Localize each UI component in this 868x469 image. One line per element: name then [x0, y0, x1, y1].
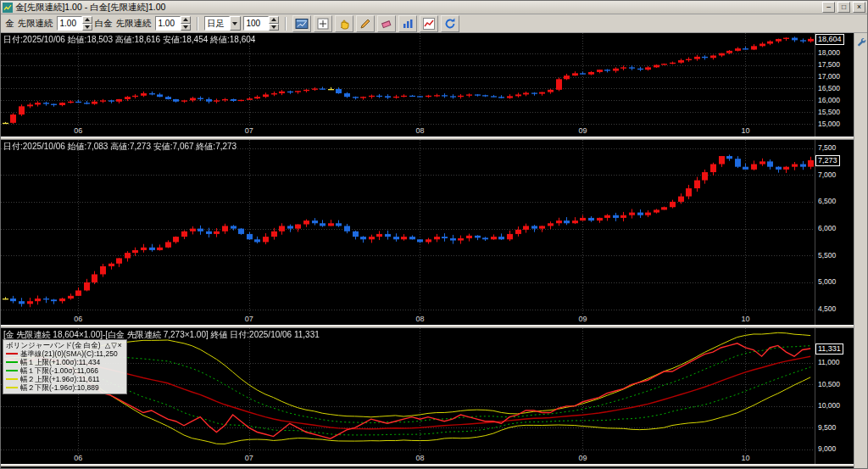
settings-button[interactable] — [855, 36, 867, 47]
legend-line-swatch — [6, 387, 18, 388]
x-axis-month-label: 07 — [245, 315, 253, 323]
chart-panels: 0607080910 日付:2025/10/06 始値:18,503 高値:18… — [1, 33, 854, 468]
legend-title: ボリンジャーバンド(金 白金) — [6, 341, 101, 349]
chart-area: 0607080910 日付:2025/10/06 始値:18,503 高値:18… — [1, 33, 867, 468]
legend-line-swatch — [6, 361, 18, 363]
period-value[interactable]: 日足 — [204, 16, 230, 31]
chart-settings-button[interactable] — [292, 15, 311, 32]
legend-line-swatch — [6, 370, 18, 371]
hand-tool-button[interactable] — [335, 15, 353, 32]
axis-price-label: 17,000 — [818, 73, 840, 81]
legend-item-label: 幅２上限(+1.96σ):11,611 — [20, 375, 100, 383]
axis-price-label: 6,500 — [818, 198, 836, 205]
legend-item[interactable]: 幅１下限(-1.00σ):11,066 — [6, 366, 123, 375]
spin-up-button[interactable] — [82, 16, 92, 24]
axis-price-label: 7,000 — [818, 171, 836, 179]
bar-count-spinner[interactable]: 100 — [243, 16, 279, 31]
axis-price-label: 6,000 — [818, 225, 836, 232]
gold-series-label[interactable]: 先限連続 — [18, 18, 53, 30]
toolbar-separator — [197, 17, 198, 31]
platinum-series-label[interactable]: 先限連続 — [116, 18, 152, 30]
legend-item[interactable]: 幅１上限(+1.00σ):11,434 — [6, 358, 123, 366]
spread-price-axis[interactable]: 9,0009,50010,00010,50011,00011,331 — [815, 328, 854, 464]
axis-price-label: 9,000 — [818, 445, 836, 453]
wrench-icon — [855, 36, 866, 47]
toolbar-separator — [285, 17, 287, 31]
current-price-box: 18,604 — [815, 34, 844, 45]
refresh-icon — [443, 17, 457, 31]
bar-chart-button[interactable] — [398, 15, 417, 32]
legend-item-label: 幅２下限(-1.96σ):10,889 — [20, 383, 99, 392]
axis-price-label: 17,500 — [818, 61, 840, 69]
legend-line-swatch — [6, 353, 18, 355]
dropdown-arrow-icon[interactable] — [230, 16, 241, 31]
eraser-icon — [380, 17, 393, 31]
x-axis-month-label: 06 — [74, 126, 82, 135]
x-axis-month-label: 10 — [741, 126, 749, 135]
erase-button[interactable] — [377, 15, 396, 32]
title-bar[interactable]: 金[先限連続]1.00 - 白金[先限連続]1.00 – □ × — [1, 1, 867, 14]
hand-icon — [337, 17, 351, 31]
spin-down-button[interactable] — [181, 24, 191, 31]
legend-control-buttons[interactable]: △▽× — [105, 341, 123, 349]
spread-panel: 0607080910 [金 先限連続 18,604×1.00]-[白金 先限連続… — [1, 328, 854, 464]
toolbar: 金 先限連続 1.00 白金 先限連続 1.00 日足 100 — [1, 14, 867, 33]
axis-price-label: 15,500 — [818, 109, 840, 116]
axis-price-label: 9,500 — [818, 424, 836, 432]
axis-price-label: 7,500 — [818, 144, 836, 152]
legend-item[interactable]: 幅２上限(+1.96σ):11,611 — [6, 375, 123, 383]
window-title: 金[先限連続]1.00 - 白金[先限連続]1.00 — [15, 2, 820, 14]
spin-down-button[interactable] — [269, 24, 279, 31]
spin-down-button[interactable] — [82, 24, 92, 31]
x-axis-month-label: 07 — [245, 126, 253, 135]
x-axis-month-label: 06 — [74, 454, 82, 462]
x-axis-month-label: 09 — [578, 315, 587, 323]
spin-up-button[interactable] — [269, 16, 279, 24]
period-dropdown[interactable]: 日足 — [204, 16, 241, 31]
maximize-button[interactable]: □ — [837, 2, 850, 13]
legend-item[interactable]: 幅２下限(-1.96σ):10,889 — [6, 383, 123, 392]
platinum-panel: 0607080910 日付:2025/10/06 始値:7,083 高値:7,2… — [1, 140, 854, 325]
axis-price-label: 15,000 — [818, 120, 840, 128]
platinum-candlestick-chart[interactable] — [1, 140, 815, 315]
platinum-label: 白金 — [95, 18, 113, 30]
axis-price-label: 10,500 — [818, 381, 840, 388]
draw-line-button[interactable] — [356, 15, 375, 32]
right-sidebar — [854, 33, 867, 468]
axis-price-label: 18,000 — [818, 49, 840, 57]
gold-x-axis: 0607080910 — [1, 126, 815, 137]
crosshair-icon — [316, 17, 330, 31]
spin-up-button[interactable] — [181, 16, 191, 24]
minimize-button[interactable]: – — [822, 2, 835, 13]
gold-price-axis[interactable]: 15,00015,50016,00016,50017,00017,50018,0… — [815, 33, 854, 137]
gold-candlestick-chart[interactable] — [1, 33, 815, 126]
legend-line-swatch — [6, 378, 18, 380]
current-price-box: 7,273 — [815, 155, 840, 166]
platinum-multiplier-spinner[interactable]: 1.00 — [155, 16, 191, 31]
current-price-box: 11,331 — [815, 343, 843, 355]
x-axis-month-label: 10 — [741, 454, 749, 462]
gold-label: 金 — [5, 18, 14, 30]
axis-price-label: 10,000 — [818, 402, 840, 410]
close-button[interactable]: × — [853, 2, 865, 13]
bar-chart-icon — [401, 17, 415, 31]
indicator-button[interactable] — [420, 15, 438, 32]
crosshair-button[interactable] — [314, 15, 332, 32]
platinum-multiplier-value[interactable]: 1.00 — [155, 16, 181, 31]
gold-multiplier-value[interactable]: 1.00 — [57, 16, 82, 31]
axis-price-label: 11,000 — [818, 359, 839, 366]
x-axis-month-label: 07 — [245, 454, 253, 462]
x-axis-month-label: 09 — [578, 126, 587, 135]
legend-item[interactable]: 基準線(21)(0)(SMA)(C):11,250 — [6, 349, 123, 358]
chart-settings-icon — [295, 17, 309, 31]
axis-price-label: 4,500 — [818, 305, 836, 313]
refresh-button[interactable] — [441, 15, 459, 32]
bottom-frame — [1, 464, 854, 466]
app-window: 金[先限連続]1.00 - 白金[先限連続]1.00 – □ × 金 先限連続 … — [0, 0, 868, 469]
platinum-price-axis[interactable]: 4,5005,0005,5006,0006,5007,0007,5007,273 — [815, 140, 854, 325]
bar-count-value[interactable]: 100 — [243, 16, 269, 31]
line-chart-icon — [422, 17, 436, 31]
bollinger-legend-items: 基準線(21)(0)(SMA)(C):11,250幅１上限(+1.00σ):11… — [6, 349, 123, 392]
gold-multiplier-spinner[interactable]: 1.00 — [57, 16, 92, 31]
legend-item-label: 幅１下限(-1.00σ):11,066 — [20, 366, 98, 375]
